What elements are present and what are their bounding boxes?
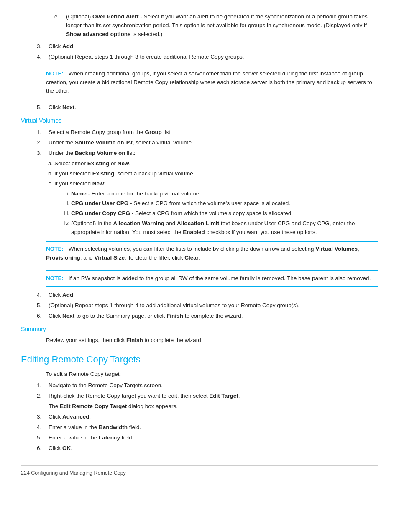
vv-sub-c: If you selected New: <box>54 180 378 188</box>
step-5-text: Click Next. <box>49 103 76 112</box>
steps-3-4: 3. Click Add. 4. (Optional) Repeat steps… <box>37 42 378 62</box>
vv-step-3-text: Under the Backup Volume on list: <box>49 149 136 158</box>
summary-text: Review your settings, then click Finish … <box>46 336 378 345</box>
virtual-volumes-heading: Virtual Volumes <box>21 116 378 126</box>
edit-step-2: 2. Right-click the Remote Copy target yo… <box>37 392 378 401</box>
vv-step-5: 5. (Optional) Repeat steps 1 through 4 t… <box>37 301 378 310</box>
page-footer: 224 Configuring and Managing Remote Copy <box>21 465 378 477</box>
note3-label: NOTE: <box>46 275 64 281</box>
vv-step-2-num: 2. <box>37 139 45 147</box>
step-3: 3. Click Add. <box>37 42 378 51</box>
note1-text: When creating additional groups, if you … <box>46 70 372 94</box>
edit-step-4: 4. Enter a value in the Bandwidth field. <box>37 423 378 432</box>
step-5: 5. Click Next. <box>37 103 378 112</box>
summary-heading: Summary <box>21 325 378 334</box>
note1-label: NOTE: <box>46 70 64 77</box>
vv-step-4: 4. Click Add. <box>37 291 378 300</box>
vv-roman-iv: (Optional) In the Allocation Warning and… <box>71 219 378 237</box>
note-block-1: NOTE: When creating additional groups, i… <box>46 66 378 100</box>
step-3-num: 3. <box>37 42 45 51</box>
edit-step-1: 1. Navigate to the Remote Copy Targets s… <box>37 381 378 390</box>
note3-text: If an RW snapshot is added to the group … <box>69 275 371 281</box>
edit-step-2b: The Edit Remote Copy Target dialog box a… <box>49 402 378 411</box>
edit-step-1-text: Navigate to the Remote Copy Targets scre… <box>49 381 163 390</box>
virtual-volumes-section: Virtual Volumes 1. Select a Remote Copy … <box>21 116 378 320</box>
edit-step-6-text: Click OK. <box>49 444 72 453</box>
step-3-text: Click Add. <box>49 42 75 51</box>
edit-step-2-num: 2. <box>37 392 45 401</box>
summary-section: Summary Review your settings, then click… <box>21 325 378 345</box>
vv-step-3: 3. Under the Backup Volume on list: <box>37 149 378 158</box>
editing-heading: Editing Remote Copy Targets <box>21 352 378 367</box>
intro-item-e: e. (Optional) Over Period Alert - Select… <box>54 13 378 39</box>
edit-step-6: 6. Click OK. <box>37 444 378 453</box>
step-4-num: 4. <box>37 53 45 62</box>
editing-intro: To edit a Remote Copy target: <box>46 370 378 379</box>
edit-step-2b-text: The Edit Remote Copy Target dialog box a… <box>49 402 178 411</box>
vv-roman-ii: CPG under User CPG - Select a CPG from w… <box>71 199 378 208</box>
vv-sub-a: Select either Existing or New. <box>54 159 378 168</box>
vv-step-5-num: 5. <box>37 301 45 310</box>
vv-sub-b: If you selected Existing, select a backu… <box>54 170 378 178</box>
vv-step-1-num: 1. <box>37 128 45 137</box>
vv-step-4-num: 4. <box>37 291 45 300</box>
vv-step-4-text: Click Add. <box>49 291 75 300</box>
vv-step-2-text: Under the Source Volume on list, select … <box>49 139 193 147</box>
step-4: 4. (Optional) Repeat steps 1 through 3 t… <box>37 53 378 62</box>
note2-text: When selecting volumes, you can filter t… <box>46 246 359 261</box>
vv-roman-iii: CPG under Copy CPG - Select a CPG from w… <box>71 209 378 218</box>
note-block-2: NOTE: When selecting volumes, you can fi… <box>46 241 378 266</box>
editing-section: Editing Remote Copy Targets To edit a Re… <box>21 352 378 452</box>
vv-step-6-num: 6. <box>37 312 45 321</box>
note-block-3: NOTE: If an RW snapshot is added to the … <box>46 270 378 287</box>
vv-step-1-text: Select a Remote Copy group from the Grou… <box>49 128 172 137</box>
note2-label: NOTE: <box>46 246 64 252</box>
edit-step-1-num: 1. <box>37 381 45 390</box>
vv-step-5-text: (Optional) Repeat steps 1 through 4 to a… <box>49 301 299 310</box>
item-e-label: e. <box>54 13 63 39</box>
edit-step-4-text: Enter a value in the Bandwidth field. <box>49 423 141 432</box>
edit-step-5-text: Enter a value in the Latency field. <box>49 434 133 442</box>
vv-step-6: 6. Click Next to go to the Summary page,… <box>37 312 378 321</box>
item-e-content: (Optional) Over Period Alert - Select if… <box>66 13 378 39</box>
edit-step-4-num: 4. <box>37 423 45 432</box>
vv-step-6-text: Click Next to go to the Summary page, or… <box>49 312 243 321</box>
edit-step-2-text: Right-click the Remote Copy target you w… <box>49 392 240 401</box>
edit-step-3: 3. Click Advanced. <box>37 413 378 421</box>
vv-step-2: 2. Under the Source Volume on list, sele… <box>37 139 378 147</box>
edit-step-5: 5. Enter a value in the Latency field. <box>37 434 378 442</box>
footer-text: 224 Configuring and Managing Remote Copy <box>21 470 126 476</box>
edit-step-6-num: 6. <box>37 444 45 453</box>
edit-step-3-num: 3. <box>37 413 45 421</box>
vv-step-1: 1. Select a Remote Copy group from the G… <box>37 128 378 137</box>
step-4-text: (Optional) Repeat steps 1 through 3 to c… <box>49 53 244 62</box>
vv-roman-i: Name - Enter a name for the backup virtu… <box>71 190 378 198</box>
edit-step-5-num: 5. <box>37 434 45 442</box>
step-5-num: 5. <box>37 103 45 112</box>
edit-step-3-text: Click Advanced. <box>49 413 91 421</box>
vv-step-3-num: 3. <box>37 149 45 158</box>
